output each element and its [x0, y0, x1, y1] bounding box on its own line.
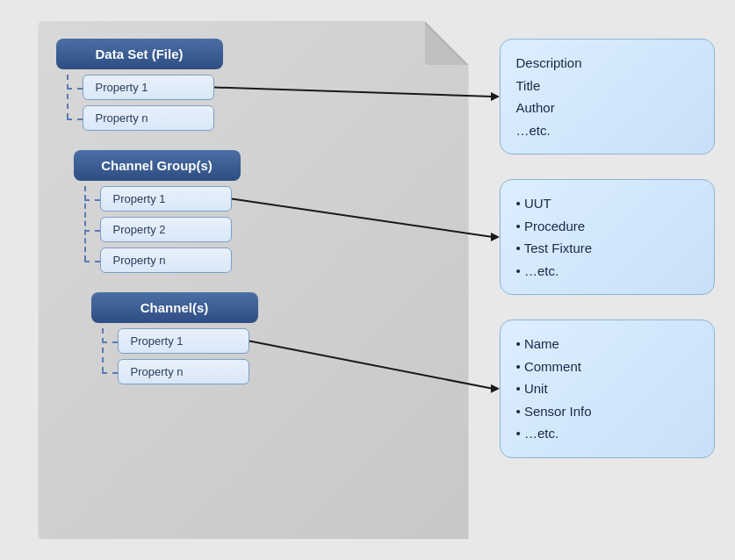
page-container: Data Set (File) Property 1 Property n Ch… [21, 12, 715, 548]
channelgroup-prop-1: Property 1 [100, 186, 390, 212]
channel-children: Property 1 Property n [118, 328, 390, 384]
channelgroup-header: Channel Group(s) [74, 150, 241, 181]
channel-header: Channel(s) [91, 292, 258, 323]
channelgroup-prop-2: Property 2 [100, 217, 390, 242]
channel-prop-1: Property 1 [118, 328, 390, 354]
dataset-children: Property 1 Property n [83, 75, 390, 131]
channelgroup-prop-n: Property n [100, 248, 390, 273]
channel-info-box: • Name• Comment• Unit• Sensor Info• …etc… [500, 319, 715, 458]
svg-marker-5 [491, 384, 500, 393]
dataset-prop-n: Property n [83, 105, 390, 131]
channelgroup-section: Channel Group(s) Property 1 Property 2 P… [74, 150, 390, 273]
svg-marker-3 [491, 233, 500, 241]
channel-prop-n: Property n [118, 359, 390, 384]
dataset-header: Data Set (File) [56, 39, 223, 69]
dataset-info-box: DescriptionTitleAuthor…etc. [500, 39, 715, 154]
channelgroup-info-box: • UUT• Procedure• Test Fixture• …etc. [500, 179, 715, 295]
channelgroup-children: Property 1 Property 2 Property n [100, 186, 390, 273]
channel-section: Channel(s) Property 1 Property n [91, 292, 390, 384]
dataset-prop-1: Property 1 [83, 75, 390, 100]
right-panel: DescriptionTitleAuthor…etc. • UUT• Proce… [500, 39, 715, 458]
dataset-section: Data Set (File) Property 1 Property n [56, 39, 390, 131]
tree-panel: Data Set (File) Property 1 Property n Ch… [56, 39, 390, 404]
svg-marker-1 [491, 92, 500, 101]
